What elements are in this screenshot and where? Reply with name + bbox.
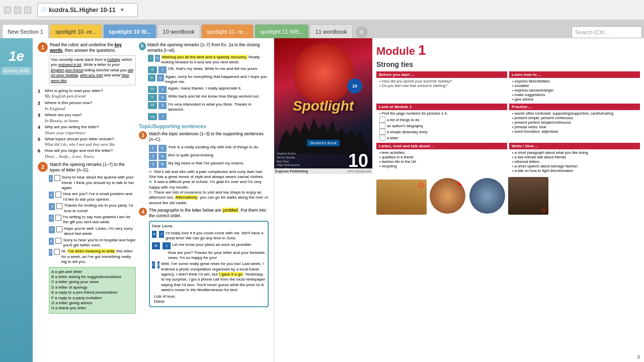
section-listen: Listen, read and talk about ... • teen a… [376,143,507,173]
tab-spotlight11-re[interactable]: spotlight 11- re... [201,24,254,38]
section-b-label: b [139,42,146,50]
tab-bar: New Section 1 spotlight 10 -re... spotli… [0,20,644,38]
module-photos: 1 2 3 [376,177,640,215]
sidebar: 1e Writing Skills [0,38,33,362]
task4-number: 4 [139,208,147,216]
tab-spotlight11-wb[interactable]: spotlight 11 WB... [255,24,309,38]
publisher-bar: Express Publishing ПРОСВЕЩЕНИЕ [274,168,372,174]
section-look: Look at Module 1 • Find the page numbers… [376,104,507,141]
task1-title: Read the rubric and underline the key wo… [50,42,136,53]
right-page: Spotlight 10 Student's Book 10 Virginia … [274,38,644,362]
task4-title: The paragraphs in the letter below are j… [149,208,269,219]
task2-number: 2 [38,162,48,172]
section-write: Write / Give ... • a short paragraph abo… [509,143,640,173]
title-area: 📄 kuzdra.SL.Higher 10-11 ▼ [37,3,138,17]
task3-number: 3 [139,131,147,139]
topic-section-title: Topic/Supporting sentences [139,123,269,130]
minimize-button[interactable] [4,7,11,14]
book-type-label: Student's Book [307,140,340,146]
app-title: kuzdra.SL.Higher 10-11 [49,7,116,14]
close-button[interactable] [24,7,31,14]
spotlight-cover: Spotlight 10 Student's Book 10 Virginia … [274,38,372,174]
task3-title: Match the topic sentences (1–3) to the s… [149,131,269,142]
page-number: 9 [637,354,640,360]
tab-10wordbook[interactable]: 10 wordbook [157,24,200,38]
module-info-panel: Module 1 Strong ties Before you start ..… [372,38,644,362]
task2-title: Match the opening remarks (1–7) to the t… [50,162,136,173]
tab-spotlight10-w[interactable]: spotlight 10 W... [103,24,156,38]
search-box[interactable]: Search (Ctrl... [572,26,642,38]
add-tab-button[interactable]: + [356,26,368,38]
module-subtitle: Strong ties [376,60,640,68]
window-controls [4,7,31,14]
writing-skills-badge: Writing Skills [1,67,32,75]
level-badge: 10 [352,83,357,88]
task1-number: 1 [38,42,48,52]
spotlight-title: Spotlight [293,98,354,114]
tab-new-section[interactable]: New Section 1 [2,24,49,38]
left-page: 1 Read the rubric and underline the key … [33,38,274,362]
section-learn: Learn how to ... • express likes/dislike… [509,71,640,102]
restore-button[interactable] [14,7,21,14]
tab-11wordbook[interactable]: 11 wordbook [310,24,353,38]
tab-spotlight10-re[interactable]: spotlight 10 -re... [50,24,102,38]
module-title: Module 1 [376,42,640,58]
unit-label: 1e [9,48,24,64]
dropdown-icon[interactable]: ▼ [120,7,125,13]
section-b-title: Match the opening remarks (1–7) from Ex.… [147,42,269,53]
section-before-start: Before you start ... • How did you spend… [376,71,507,102]
section-practise: Practise ... • words often confused: sup… [509,104,640,141]
